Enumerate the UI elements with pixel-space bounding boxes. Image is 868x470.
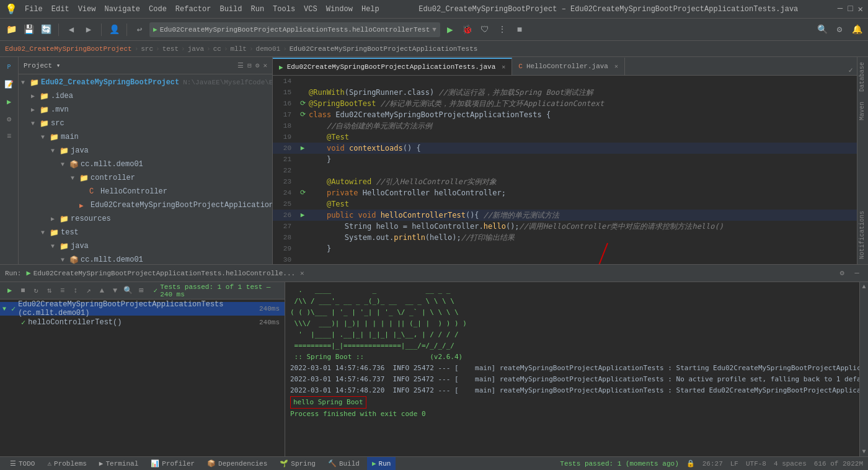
- problems-tab[interactable]: ⚠ Problems: [42, 457, 91, 471]
- breadcrumb-test[interactable]: test: [162, 45, 179, 53]
- run-panel-icons[interactable]: ⚙ ─: [836, 267, 863, 280]
- tree-resources[interactable]: ▶ 📁 resources: [19, 212, 272, 226]
- save-button[interactable]: 💾: [21, 22, 36, 37]
- sync-button[interactable]: 🔄: [38, 22, 53, 37]
- tree-package-main[interactable]: ▼ 📦 cc.mllt.demo01: [19, 157, 272, 171]
- structure-icon-btn[interactable]: ≡: [2, 129, 17, 144]
- breadcrumb-mllt[interactable]: mllt: [231, 45, 247, 53]
- test-suite-item[interactable]: ▼ ✓ Edu02CreateMySpringBootProjectApplic…: [0, 302, 285, 316]
- menu-tools[interactable]: Tools: [273, 5, 295, 14]
- tree-java-test[interactable]: ▼ 📁 java: [19, 239, 272, 253]
- menu-refactor[interactable]: Refactor: [175, 5, 211, 14]
- maven-label[interactable]: Maven: [857, 97, 868, 125]
- run-search-button[interactable]: 🔍: [122, 284, 134, 298]
- coverage-button[interactable]: 🛡: [477, 22, 492, 37]
- spring-tab[interactable]: 🌱 Spring: [275, 457, 321, 471]
- run-filter-button[interactable]: ≡: [56, 284, 68, 298]
- breadcrumb-java[interactable]: java: [188, 45, 204, 53]
- tab-tests-close[interactable]: ✕: [502, 63, 505, 71]
- menu-code[interactable]: Code: [149, 5, 167, 14]
- run-config-dropdown[interactable]: ▼: [432, 26, 436, 33]
- forward-button[interactable]: ▶: [81, 22, 96, 37]
- back-button[interactable]: ◀: [64, 22, 79, 37]
- menu-run[interactable]: Run: [250, 5, 264, 14]
- run-config-name[interactable]: Edu02CreateMySpringBootProjectApplicatio…: [33, 270, 295, 277]
- stop-button[interactable]: ■: [512, 22, 527, 37]
- tab-controller[interactable]: C HelloController.java ✕: [512, 58, 625, 75]
- menu-edit[interactable]: Edit: [51, 5, 69, 14]
- checkmark-icon[interactable]: ✓: [844, 66, 857, 75]
- tree-root[interactable]: ▼ 📁 Edu02_CreateMySpringBootProject N:\J…: [19, 76, 272, 89]
- panel-header-icons[interactable]: ☰ ⊟ ⚙ ✕: [237, 61, 267, 69]
- commit-icon-btn[interactable]: 📝: [2, 77, 17, 92]
- services-icon-btn[interactable]: ⚙: [2, 112, 17, 126]
- tree-main[interactable]: ▼ 📁 main: [19, 130, 272, 144]
- run-collapse-button[interactable]: ↗: [82, 284, 94, 298]
- run-icon-btn[interactable]: ▶: [2, 94, 17, 109]
- panel-close-icon[interactable]: ✕: [263, 61, 267, 69]
- terminal-tab[interactable]: ▶ Terminal: [94, 457, 143, 471]
- breadcrumb-demo01[interactable]: demo01: [256, 45, 281, 53]
- notifications-label[interactable]: Notifications: [857, 206, 868, 264]
- window-controls[interactable]: ─ □ ✕: [838, 4, 863, 14]
- build-tab[interactable]: 🔨 Build: [323, 457, 365, 471]
- panel-settings-icon[interactable]: ⊟: [247, 61, 252, 69]
- undo-button[interactable]: ↩: [132, 22, 147, 37]
- code-editor[interactable]: 14 15 @RunWith(SpringRunner.class) //测试运…: [273, 76, 857, 264]
- panel-gear-icon[interactable]: ⚙: [255, 61, 260, 69]
- dependencies-tab[interactable]: 📦 Dependencies: [202, 457, 272, 471]
- todo-tab[interactable]: ☰ TODO: [5, 457, 40, 471]
- notifications-button[interactable]: 🔔: [849, 22, 864, 37]
- scroll-down-icon[interactable]: ▼: [860, 448, 868, 456]
- tree-package-test[interactable]: ▼ 📦 cc.mllt.demo01: [19, 253, 272, 264]
- run-tab[interactable]: ▶ Run: [367, 457, 396, 471]
- menu-window[interactable]: Window: [326, 5, 353, 14]
- maximize-button[interactable]: □: [848, 4, 852, 14]
- debug-button[interactable]: 🐞: [460, 22, 475, 37]
- scroll-up-icon[interactable]: ▲: [860, 282, 868, 290]
- run-expand-button[interactable]: ↕: [69, 284, 81, 298]
- breadcrumb-cc[interactable]: cc: [213, 45, 221, 53]
- tree-edu02-app[interactable]: ▶ ▶ Edu02CreateMySpringBootProjectApplic…: [19, 198, 272, 212]
- recent-files-button[interactable]: 👤: [107, 22, 122, 37]
- breadcrumb-class[interactable]: Edu02CreateMySpringBootProjectApplicatio…: [290, 45, 478, 53]
- tree-src[interactable]: ▼ 📁 src: [19, 117, 272, 130]
- menu-bar[interactable]: File Edit View Navigate Code Refactor Bu…: [25, 5, 379, 14]
- tree-test[interactable]: ▼ 📁 test: [19, 226, 272, 239]
- close-button[interactable]: ✕: [858, 4, 863, 14]
- menu-build[interactable]: Build: [219, 5, 242, 14]
- tab-controller-close[interactable]: ✕: [614, 63, 618, 70]
- tab-tests[interactable]: ▶ Edu02CreateMySpringBootProjectApplicat…: [273, 58, 512, 75]
- breadcrumb-project[interactable]: Edu02_CreateMySpringBootProject: [5, 45, 132, 53]
- minimize-run-icon[interactable]: ─: [851, 267, 863, 280]
- run-rerun-failed-button[interactable]: ↻: [30, 284, 42, 298]
- run-stop-button[interactable]: ■: [17, 284, 29, 298]
- tree-java-main[interactable]: ▼ 📁 java: [19, 144, 272, 157]
- test-method-item[interactable]: ▶ ✓ helloControllerTest() 240ms: [0, 316, 285, 329]
- tree-idea[interactable]: ▶ 📁 .idea: [19, 89, 272, 103]
- menu-file[interactable]: File: [25, 5, 43, 14]
- tree-hello-controller[interactable]: ▶ C HelloController: [19, 185, 272, 198]
- run-rerun-button[interactable]: ▶: [4, 284, 16, 298]
- menu-vcs[interactable]: VCS: [304, 5, 317, 14]
- run-config-bar[interactable]: ▶ Edu02CreateMySpringBootProjectApplicat…: [149, 22, 440, 37]
- project-icon-btn[interactable]: P: [2, 60, 17, 74]
- more-run-button[interactable]: ⋮: [495, 22, 510, 37]
- profiler-tab[interactable]: 📊 Profiler: [146, 457, 200, 471]
- open-button[interactable]: 📁: [4, 22, 19, 37]
- breadcrumb-src[interactable]: src: [141, 45, 153, 53]
- panel-collapse-icon[interactable]: ☰: [237, 61, 244, 69]
- menu-navigate[interactable]: Navigate: [104, 5, 140, 14]
- console-output[interactable]: . ____ _ __ _ _ /\\ / ___'_ __ _ _(_)_ _…: [285, 282, 859, 456]
- tree-mvn[interactable]: ▶ 📁 .mvn: [19, 103, 272, 117]
- console-scrollbar[interactable]: ▲ ▼: [859, 282, 868, 456]
- database-label[interactable]: Database: [857, 57, 868, 97]
- run-button[interactable]: ▶: [443, 22, 458, 37]
- tree-controller-folder[interactable]: ▼ 📁 controller: [19, 171, 272, 185]
- run-up-button[interactable]: ▲: [96, 284, 108, 298]
- settings-run-icon[interactable]: ⚙: [836, 267, 848, 280]
- settings-button[interactable]: ⚙: [832, 22, 847, 37]
- menu-view[interactable]: View: [78, 5, 96, 14]
- run-sort-button[interactable]: ⇅: [43, 284, 55, 298]
- run-down-button[interactable]: ▼: [109, 284, 121, 298]
